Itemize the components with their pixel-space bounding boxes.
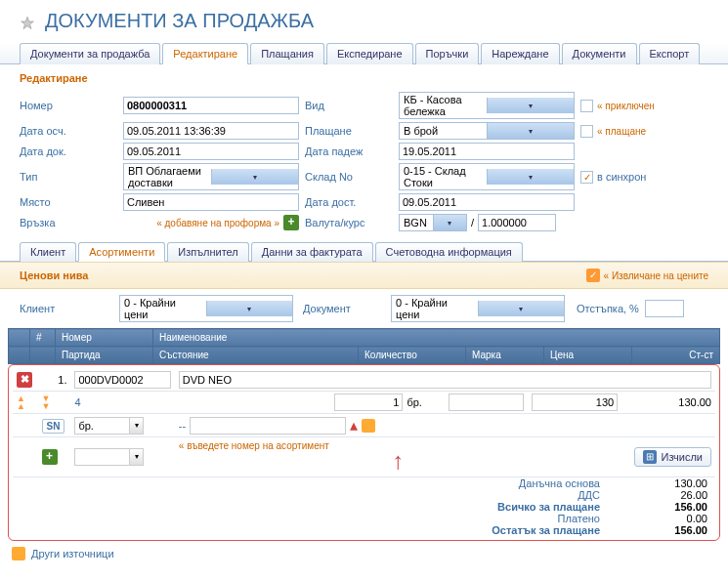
label-warehouse: Склад No — [305, 171, 393, 183]
select-currency[interactable]: BGN▾ — [399, 214, 467, 231]
input-brand[interactable] — [449, 394, 524, 411]
chevron-down-icon[interactable]: ▾ — [487, 123, 575, 139]
chevron-down-icon[interactable]: ▾ — [478, 301, 565, 316]
total-base-value: 130.00 — [639, 477, 707, 489]
col-name: Наименование — [153, 329, 720, 347]
label-payment: Плащане — [305, 125, 393, 137]
subtab-invoice-data[interactable]: Данни за фактурата — [251, 242, 373, 262]
input-date-due[interactable] — [399, 143, 575, 160]
checkbox-payment[interactable] — [580, 125, 593, 138]
items-grid: # Номер Наименование Партида Състояние К… — [8, 328, 720, 364]
tab-arrangement[interactable]: Нареждане — [481, 43, 559, 64]
tab-expedition[interactable]: Експедиране — [326, 43, 413, 64]
chevron-down-icon[interactable]: ▾ — [206, 301, 293, 316]
checkbox-sync[interactable] — [580, 171, 593, 184]
chevron-down-icon[interactable]: ▾ — [487, 169, 575, 185]
arrows-down-icon[interactable]: ▼▼ — [42, 394, 67, 410]
subtab-client[interactable]: Клиент — [20, 242, 76, 262]
chevron-down-icon[interactable]: ▾ — [487, 98, 575, 113]
page-title: ДОКУМЕНТИ ЗА ПРОДАЖБА — [45, 10, 314, 32]
input-state[interactable] — [190, 417, 346, 435]
delete-row-button[interactable]: ✖ — [17, 372, 32, 388]
label-client: Клиент — [20, 303, 113, 314]
add-proforma-button[interactable]: + — [283, 215, 299, 230]
tab-export[interactable]: Експорт — [639, 43, 701, 64]
price-levels-title: Ценови нива — [20, 269, 88, 281]
total-due-value: 156.00 — [639, 501, 707, 513]
calc-button[interactable]: Изчисли — [634, 447, 711, 467]
tab-documents-sale[interactable]: Документи за продажба — [20, 43, 160, 64]
subtab-executor[interactable]: Изпълнител — [167, 242, 249, 262]
hint-enter-code[interactable]: въведете номер на асортимент — [179, 440, 329, 451]
star-icon[interactable] — [20, 14, 35, 29]
warn-icon[interactable] — [362, 419, 375, 433]
select-payment[interactable]: В брой▾ — [399, 122, 575, 140]
tab-orders[interactable]: Поръчки — [415, 43, 480, 64]
label-date-acc: Дата осч. — [20, 125, 117, 137]
select-warehouse[interactable]: 0-15 - Склад Стоки▾ — [399, 163, 575, 190]
link-proforma[interactable]: добавяне на проформа » — [123, 218, 279, 228]
select-kind[interactable]: КБ - Касова бележка▾ — [399, 92, 575, 119]
label-currency: Валута/курс — [305, 217, 393, 228]
total-vat-label: ДДС — [578, 489, 600, 501]
input-qty[interactable] — [334, 394, 403, 411]
sn-button[interactable]: SN — [42, 419, 65, 434]
label-sync: в синхрон — [597, 171, 646, 183]
col-qty: Количество — [359, 347, 466, 364]
link-other-sources[interactable]: Други източници — [31, 548, 114, 559]
input-place[interactable] — [123, 193, 299, 211]
col-batch: Партида — [56, 347, 153, 364]
label-kind: Вид — [305, 100, 393, 111]
chevron-down-icon[interactable]: ▾ — [129, 418, 143, 434]
total-paid-value: 0.00 — [639, 513, 707, 524]
arrows-up-icon[interactable]: ▲▲ — [17, 394, 34, 410]
link-extract-prices[interactable]: Извличане на цените — [604, 270, 708, 281]
label-discount: Отстъпка, % — [577, 303, 639, 314]
checkbox-closed[interactable] — [580, 100, 593, 112]
slash-sep: / — [471, 217, 474, 228]
chevron-down-icon[interactable]: ▾ — [211, 169, 299, 185]
subtab-accounting[interactable]: Счетоводна информация — [375, 242, 523, 262]
table-row-new: + ▾ въведете номер на асортимент↑ Изчисл… — [13, 437, 715, 477]
unit-combo[interactable]: ▾ — [74, 417, 144, 435]
input-item-code[interactable] — [74, 371, 170, 389]
subtabs: Клиент Асортименти Изпълнител Данни за ф… — [0, 235, 728, 262]
items-edit-area: ✖ 1. ▲▲ ▼▼ 4 бр. 130.00 SN ▾ -- ▴ + ▾ въ… — [8, 364, 720, 541]
add-row-button[interactable]: + — [42, 449, 58, 465]
label-date-doc: Дата док. — [20, 145, 117, 157]
input-item-name[interactable] — [179, 371, 711, 389]
input-date-doc[interactable] — [123, 143, 299, 160]
tab-documents[interactable]: Документи — [562, 43, 637, 64]
chevron-down-icon[interactable]: ▾ — [129, 449, 143, 465]
input-price[interactable] — [532, 394, 618, 411]
total-paid-label: Платено — [558, 513, 600, 524]
label-date-deliv: Дата дост. — [305, 196, 393, 208]
main-tabs: Документи за продажба Редактиране Плащан… — [0, 42, 728, 64]
label-date-due: Дата падеж — [305, 145, 393, 157]
total-due-label: Всичко за плащане — [497, 501, 600, 513]
subtab-items[interactable]: Асортименти — [78, 242, 165, 262]
unit-label: бр. — [407, 396, 421, 408]
extract-prices-icon[interactable] — [586, 269, 600, 282]
tab-edit[interactable]: Редактиране — [162, 43, 248, 64]
link-closed[interactable]: приключен — [597, 101, 655, 111]
select-document-price[interactable]: 0 - Крайни цени▾ — [391, 295, 565, 322]
col-code: Номер — [56, 329, 153, 347]
sources-icon[interactable] — [12, 547, 25, 560]
input-date-deliv[interactable] — [399, 193, 575, 211]
label-document: Документ — [303, 303, 385, 314]
input-date-acc[interactable] — [123, 122, 299, 140]
select-type[interactable]: ВП Облагаеми доставки▾ — [123, 163, 299, 190]
section-title: Редактиране — [0, 64, 728, 88]
chevron-down-icon[interactable]: ▾ — [433, 215, 467, 230]
caret-up-icon: ▴ — [350, 416, 358, 435]
new-code-combo[interactable]: ▾ — [74, 448, 144, 466]
cell-amount: 130.00 — [621, 392, 715, 414]
tab-payments[interactable]: Плащания — [250, 43, 324, 64]
input-discount[interactable] — [645, 300, 684, 317]
input-rate[interactable] — [478, 214, 556, 231]
link-payment[interactable]: плащане — [597, 126, 646, 137]
select-client-price[interactable]: 0 - Крайни цени▾ — [119, 295, 293, 322]
input-number[interactable] — [123, 97, 299, 114]
total-base-label: Данъчна основа — [519, 477, 600, 489]
